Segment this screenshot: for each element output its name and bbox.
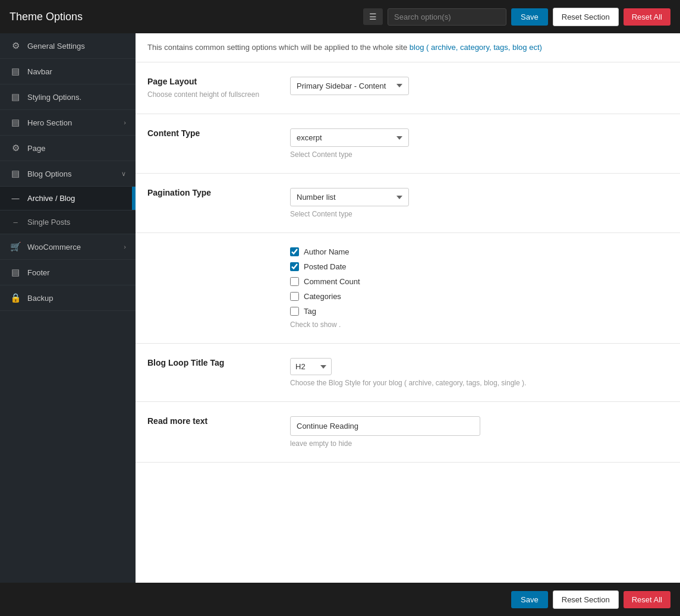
reset-section-button[interactable]: Reset Section — [553, 8, 619, 26]
content-type-label: Content Type — [147, 128, 278, 138]
sidebar-item-woocommerce[interactable]: 🛒 WooCommerce › — [0, 234, 136, 260]
sidebar-item-label: Hero Section — [27, 118, 118, 127]
blog-loop-hint: Choose the Blog Style for your blog ( ar… — [290, 379, 668, 387]
blog-loop-title-select[interactable]: H1 H2 H3 H4 H5 H6 — [290, 358, 332, 375]
backup-icon: 🔒 — [10, 293, 21, 303]
content-type-row: Content Type excerpt full Select Content… — [136, 114, 680, 174]
description-bar: This contains common setting options whi… — [136, 33, 680, 62]
menu-icon-button[interactable]: ☰ — [363, 8, 383, 25]
sidebar-item-blog-options[interactable]: ▤ Blog Options ∨ — [0, 161, 136, 187]
read-more-input[interactable] — [290, 416, 480, 436]
page-icon: ⚙ — [10, 143, 21, 153]
sidebar-item-styling-options[interactable]: ▤ Styling Options. — [0, 84, 136, 110]
page-layout-row: Page Layout Choose content height of ful… — [136, 62, 680, 115]
check-hint: Check to show . — [290, 320, 668, 329]
sidebar: ⚙ General Settings ▤ Navbar ▤ Styling Op… — [0, 33, 136, 583]
categories-label: Categories — [304, 292, 341, 301]
pagination-type-hint: Select Content type — [290, 210, 668, 218]
blog-icon: ▤ — [10, 168, 21, 179]
read-more-hint: leave empty to hide — [290, 439, 668, 448]
blog-loop-label: Blog Loop Title Tag — [147, 358, 278, 367]
author-name-checkbox[interactable] — [290, 247, 299, 256]
sidebar-item-footer[interactable]: ▤ Footer — [0, 260, 136, 285]
checkbox-row-categories: Categories — [290, 292, 668, 301]
footer-reset-section-button[interactable]: Reset Section — [553, 590, 619, 609]
read-more-control: leave empty to hide — [290, 416, 668, 448]
styling-icon: ▤ — [10, 92, 21, 102]
sidebar-item-backup[interactable]: 🔒 Backup — [0, 285, 136, 311]
checkbox-row-tag: Tag — [290, 307, 668, 316]
checkbox-row-author-name: Author Name — [290, 247, 668, 256]
footer-icon: ▤ — [10, 267, 21, 278]
read-more-row: Read more text leave empty to hide — [136, 402, 680, 463]
content-type-label-col: Content Type — [147, 128, 278, 142]
checkbox-group: Author Name Posted Date Comment Count Ca… — [290, 247, 668, 316]
sidebar-item-label: Blog Options — [27, 169, 115, 178]
sidebar-item-page[interactable]: ⚙ Page — [0, 136, 136, 161]
pagination-type-row: Pagination Type Number list Load more In… — [136, 174, 680, 233]
blog-loop-label-col: Blog Loop Title Tag — [147, 358, 278, 371]
dash-icon: — — [10, 194, 21, 203]
app-title: Theme Options — [10, 11, 356, 23]
content-type-hint: Select Content type — [290, 150, 668, 159]
sidebar-item-label: Backup — [27, 294, 126, 303]
header: Theme Options ☰ Save Reset Section Reset… — [0, 0, 680, 33]
sidebar-item-label: Single Posts — [27, 218, 126, 227]
sidebar-item-label: Navbar — [27, 67, 126, 76]
sidebar-item-general-settings[interactable]: ⚙ General Settings — [0, 33, 136, 59]
navbar-icon: ▤ — [10, 66, 21, 77]
page-layout-hint: Choose content height of fullscreen — [147, 90, 278, 100]
footer-reset-all-button[interactable]: Reset All — [624, 591, 670, 608]
dash-small-icon: – — [10, 218, 21, 227]
tag-checkbox[interactable] — [290, 307, 299, 316]
hero-icon: ▤ — [10, 117, 21, 128]
pagination-type-label-col: Pagination Type — [147, 188, 278, 201]
checkbox-row-comment-count: Comment Count — [290, 277, 668, 286]
description-highlight: blog ( archive, category, tags, blog ect… — [410, 43, 542, 52]
page-layout-control: Primary Sidebar - Content Content - Prim… — [290, 77, 668, 95]
categories-checkbox[interactable] — [290, 292, 299, 301]
sidebar-item-label: WooCommerce — [27, 243, 118, 252]
reset-all-button[interactable]: Reset All — [624, 8, 670, 26]
page-layout-select[interactable]: Primary Sidebar - Content Content - Prim… — [290, 77, 409, 95]
footer-save-button[interactable]: Save — [511, 591, 548, 608]
pagination-type-label: Pagination Type — [147, 188, 278, 197]
footer-bar: Save Reset Section Reset All — [0, 583, 680, 616]
content-type-select[interactable]: excerpt full — [290, 128, 409, 147]
sidebar-item-label: Styling Options. — [27, 93, 126, 102]
settings-icon: ⚙ — [10, 40, 21, 51]
sidebar-item-label: Page — [27, 144, 126, 153]
woocommerce-icon: 🛒 — [10, 241, 21, 252]
save-button[interactable]: Save — [511, 8, 548, 26]
layout: ⚙ General Settings ▤ Navbar ▤ Styling Op… — [0, 33, 680, 583]
page-layout-label: Page Layout — [147, 77, 278, 86]
comment-count-label: Comment Count — [304, 277, 360, 286]
chevron-right-icon: › — [124, 119, 126, 126]
sidebar-item-label: Archive / Blog — [27, 194, 126, 203]
header-actions: ☰ Save Reset Section Reset All — [363, 8, 670, 26]
sidebar-item-label: General Settings — [27, 42, 126, 51]
comment-count-checkbox[interactable] — [290, 277, 299, 286]
sidebar-item-navbar[interactable]: ▤ Navbar — [0, 59, 136, 84]
content-type-control: excerpt full Select Content type — [290, 128, 668, 159]
active-indicator — [132, 187, 136, 210]
sidebar-item-archive-blog[interactable]: — Archive / Blog — [0, 187, 136, 210]
pagination-type-select[interactable]: Number list Load more Infinite scroll — [290, 188, 409, 206]
search-input[interactable] — [388, 8, 506, 26]
pagination-type-control: Number list Load more Infinite scroll Se… — [290, 188, 668, 218]
meta-checkboxes-control: Author Name Posted Date Comment Count Ca… — [290, 247, 668, 329]
tag-label: Tag — [304, 307, 316, 316]
sidebar-item-hero-section[interactable]: ▤ Hero Section › — [0, 110, 136, 136]
posted-date-checkbox[interactable] — [290, 262, 299, 271]
read-more-label: Read more text — [147, 416, 278, 426]
author-name-label: Author Name — [304, 247, 350, 256]
read-more-label-col: Read more text — [147, 416, 278, 429]
meta-checkboxes-row: Author Name Posted Date Comment Count Ca… — [136, 233, 680, 344]
main-content: This contains common setting options whi… — [136, 33, 680, 583]
chevron-right-icon: › — [124, 243, 126, 250]
checkbox-row-posted-date: Posted Date — [290, 262, 668, 271]
posted-date-label: Posted Date — [304, 262, 347, 271]
blog-loop-title-tag-row: Blog Loop Title Tag H1 H2 H3 H4 H5 H6 Ch… — [136, 344, 680, 402]
blog-loop-control: H1 H2 H3 H4 H5 H6 Choose the Blog Style … — [290, 358, 668, 387]
sidebar-item-single-posts[interactable]: – Single Posts — [0, 210, 136, 234]
